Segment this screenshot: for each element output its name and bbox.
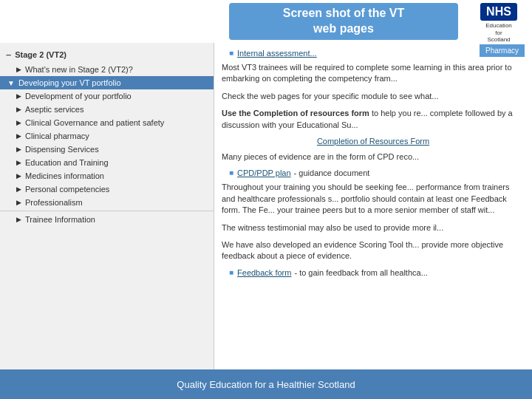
top-banner: Screen shot of the VT web pages NHS Educ… (0, 0, 532, 43)
content-area: ■ Internal assessment... Most VT3 traine… (214, 43, 532, 369)
sidebar-divider (0, 211, 214, 211)
sidebar-item-dispensing[interactable]: ▶ Dispensing Services (0, 143, 214, 156)
completion-form-link[interactable]: Completion of Resources Form (222, 137, 525, 146)
sidebar-item-label: Personal competencies (25, 185, 109, 194)
cpd-link[interactable]: CPD/PDP plan (237, 168, 291, 177)
arrow-icon: ▼ (7, 79, 15, 87)
internal-assessment-link[interactable]: Internal assessment... (237, 49, 317, 58)
feedback-link[interactable]: Feedback form (237, 268, 291, 277)
arrow-icon: ▶ (16, 132, 21, 140)
sidebar-item-label: Development of your portfolio (25, 92, 132, 100)
para3-bold: Use the Completion of resources form (222, 109, 369, 117)
sidebar-item-personal[interactable]: ▶ Personal competencies (0, 183, 214, 196)
sidebar-item-label: Dispensing Services (25, 145, 99, 154)
content-para5: Throughout your training you should be s… (222, 182, 525, 216)
sidebar: – Stage 2 (VT2) ▶ What's new in Stage 2 … (0, 43, 214, 369)
content-para4: Many pieces of evidence are in the form … (222, 151, 525, 163)
minus-icon: – (6, 49, 11, 60)
bullet-arrow-icon: ■ (229, 168, 233, 177)
page-wrapper: Screen shot of the VT web pages NHS Educ… (0, 0, 532, 399)
sidebar-item-trainee[interactable]: ▶ Trainee Information (0, 213, 214, 226)
arrow-icon: ▶ (16, 119, 21, 126)
arrow-icon: ▶ (16, 92, 21, 100)
nhs-logo: NHS Education for Scotland (473, 3, 525, 41)
nhs-sub-text: Education for Scotland (485, 22, 512, 44)
sidebar-item-developing[interactable]: ▼ Developing your VT portfolio (0, 76, 214, 89)
sidebar-item-education[interactable]: ▶ Education and Training (0, 156, 214, 169)
arrow-icon: ▶ (16, 106, 21, 113)
arrow-icon: ▶ (16, 66, 21, 73)
content-para6: The witness testimonial may also be used… (222, 222, 525, 233)
sidebar-item-development[interactable]: ▶ Development of your portfolio (0, 89, 214, 103)
sidebar-item-label: Aseptic services (25, 105, 83, 114)
content-para2: Check the web pages for your specific mo… (222, 91, 525, 102)
arrow-icon: ▶ (16, 185, 21, 193)
content-para7: We have also developed an evidence Scori… (222, 239, 525, 262)
sidebar-item-whats-new[interactable]: ▶ What's new in Stage 2 (VT2)? (0, 63, 214, 76)
bullet-feedback: ■ Feedback form - to gain feedback from … (222, 268, 525, 277)
stage2-header[interactable]: – Stage 2 (VT2) (0, 46, 214, 63)
sidebar-item-label: Trainee Information (25, 215, 95, 224)
arrow-icon: ▶ (16, 146, 21, 153)
bullet-cpd: ■ CPD/PDP plan - guidance document (222, 168, 525, 177)
sidebar-item-label: Professionalism (25, 198, 83, 207)
sidebar-item-label: Clinical pharmacy (25, 132, 89, 140)
arrow-icon: ▶ (16, 216, 21, 223)
sidebar-item-clinical-pharmacy[interactable]: ▶ Clinical pharmacy (0, 129, 214, 143)
content-para3: Use the Completion of resources form to … (222, 108, 525, 131)
sidebar-item-label: Medicines information (25, 171, 104, 180)
arrow-icon: ▶ (16, 159, 21, 166)
sidebar-item-label: What's new in Stage 2 (VT2)? (25, 65, 133, 74)
sidebar-item-medicines[interactable]: ▶ Medicines information (0, 169, 214, 183)
feedback-suffix: - to gain feedback from all healthca... (294, 268, 427, 277)
sidebar-item-aseptic[interactable]: ▶ Aseptic services (0, 103, 214, 116)
sidebar-item-label: Clinical Governance and patient safety (25, 118, 164, 127)
cpd-suffix: - guidance document (294, 168, 370, 177)
screenshot-banner: Screen shot of the VT web pages (229, 3, 458, 40)
arrow-icon: ▶ (16, 172, 21, 180)
footer: Quality Education for a Healthier Scotla… (0, 369, 532, 399)
banner-title: Screen shot of the VT web pages (283, 6, 404, 37)
arrow-icon: ▶ (16, 199, 21, 206)
sidebar-item-clinical-governance[interactable]: ▶ Clinical Governance and patient safety (0, 116, 214, 129)
sidebar-item-label: Developing your VT portfolio (18, 78, 121, 87)
sidebar-item-label: Education and Training (25, 158, 109, 167)
sidebar-item-professionalism[interactable]: ▶ Professionalism (0, 196, 214, 209)
content-para1: Most VT3 trainees will be required to co… (222, 62, 525, 85)
bullet-arrow-icon: ■ (229, 268, 233, 276)
main-content: – Stage 2 (VT2) ▶ What's new in Stage 2 … (0, 43, 532, 369)
bullet-arrow-icon: ■ (229, 49, 233, 57)
stage2-label: Stage 2 (VT2) (15, 50, 66, 59)
nhs-logo-text: NHS (480, 3, 517, 21)
footer-text: Quality Education for a Healthier Scotla… (177, 379, 355, 390)
pharmacy-badge: Pharmacy (480, 44, 525, 57)
